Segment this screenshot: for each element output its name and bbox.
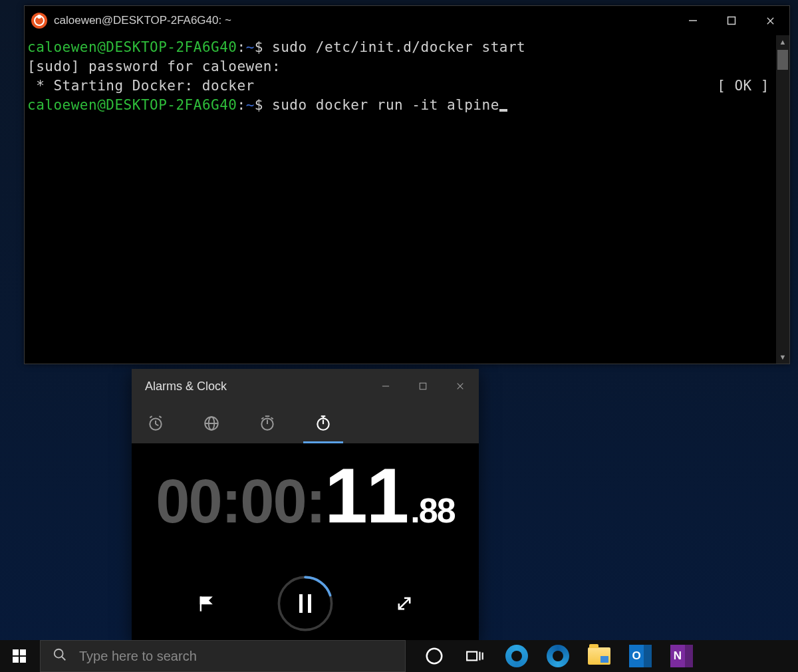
pause-button[interactable] (275, 574, 335, 633)
start-button[interactable] (0, 640, 39, 672)
search-icon (53, 647, 67, 665)
svg-line-11 (150, 416, 152, 417)
search-box[interactable]: Type here to search (40, 640, 406, 672)
taskbar: Type here to search O N (0, 640, 798, 672)
svg-rect-30 (20, 657, 26, 663)
lap-button[interactable] (193, 590, 219, 617)
prompt-colon-2: : (237, 97, 245, 113)
prompt-path: ~ (246, 39, 255, 55)
expand-button[interactable] (391, 590, 418, 617)
edge-dev-icon[interactable] (496, 640, 537, 672)
terminal-title: caloewen@DESKTOP-2FA6G40: ~ (54, 14, 674, 27)
svg-rect-29 (13, 657, 19, 663)
prompt-user-2: caloewen (27, 97, 97, 113)
minimize-button[interactable] (674, 6, 712, 35)
svg-rect-34 (467, 652, 477, 661)
command-1: sudo /etc/init.d/docker start (272, 39, 525, 55)
prompt-path-2: ~ (246, 97, 255, 113)
clock-close-button[interactable] (442, 369, 479, 403)
alarms-clock-window: Alarms & Clock (132, 369, 479, 641)
tab-timer[interactable] (255, 410, 279, 437)
svg-rect-27 (13, 649, 19, 655)
terminal-titlebar[interactable]: caloewen@DESKTOP-2FA6G40: ~ (25, 6, 789, 35)
clock-window-controls (367, 369, 479, 403)
prompt-dollar-2: $ (255, 97, 272, 113)
svg-rect-1 (728, 17, 735, 25)
clock-body: 00:00:11.88 (132, 443, 479, 641)
stopwatch-seconds: 11 (325, 451, 408, 540)
terminal-window: caloewen@DESKTOP-2FA6G40: ~ caloewen@DES… (24, 5, 790, 364)
command-2: sudo docker run -it alpine (272, 97, 499, 113)
output-line-3-ok: [ OK ] (717, 76, 773, 96)
clock-titlebar[interactable]: Alarms & Clock (132, 369, 479, 403)
cortana-button[interactable] (414, 640, 455, 672)
prompt-user: caloewen (27, 39, 97, 55)
window-controls (674, 6, 789, 35)
prompt-dollar: $ (255, 39, 272, 55)
terminal-body: caloewen@DESKTOP-2FA6G40:~$ sudo /etc/in… (25, 35, 789, 364)
scroll-up-icon[interactable]: ▲ (776, 35, 789, 49)
clock-minimize-button[interactable] (367, 369, 404, 403)
prompt-host: DESKTOP-2FA6G40 (106, 39, 237, 55)
prompt-colon: : (237, 39, 245, 55)
svg-point-31 (55, 649, 63, 658)
clock-header: Alarms & Clock (132, 369, 479, 443)
terminal-scrollbar[interactable]: ▲ ▼ (776, 35, 789, 364)
clock-tabs (132, 403, 479, 443)
stopwatch-hm: 00:00: (156, 467, 325, 536)
tab-stopwatch[interactable] (311, 410, 335, 437)
svg-rect-5 (420, 383, 426, 389)
terminal-content[interactable]: caloewen@DESKTOP-2FA6G40:~$ sudo /etc/in… (25, 35, 776, 364)
task-view-button[interactable] (455, 640, 496, 672)
clock-maximize-button[interactable] (404, 369, 442, 403)
pause-icon (299, 594, 311, 613)
svg-line-32 (62, 657, 66, 661)
prompt-at: @ (97, 39, 106, 55)
cursor (499, 109, 507, 112)
output-line-3-left: * Starting Docker: docker (27, 78, 255, 94)
onenote-icon[interactable]: N (661, 640, 702, 672)
ubuntu-icon (31, 13, 47, 29)
tab-world-clock[interactable] (200, 410, 223, 437)
clock-title: Alarms & Clock (132, 380, 367, 393)
edge-icon[interactable] (537, 640, 579, 672)
scroll-down-icon[interactable]: ▼ (776, 350, 789, 364)
stopwatch-display: 00:00:11.88 (156, 451, 454, 540)
svg-line-10 (156, 424, 158, 425)
svg-rect-28 (20, 649, 26, 655)
taskbar-icons: O N (414, 640, 702, 672)
svg-line-26 (399, 598, 410, 609)
output-line-2: [sudo] password for caloewen: (27, 58, 281, 74)
stopwatch-fraction: .88 (410, 491, 454, 530)
tab-alarm[interactable] (144, 410, 168, 437)
outlook-icon[interactable]: O (620, 640, 661, 672)
scroll-thumb[interactable] (777, 50, 788, 70)
prompt-at-2: @ (97, 97, 106, 113)
svg-point-33 (427, 649, 442, 664)
svg-line-12 (159, 416, 161, 417)
prompt-host-2: DESKTOP-2FA6G40 (106, 97, 237, 113)
file-explorer-icon[interactable] (579, 640, 620, 672)
search-placeholder: Type here to search (79, 649, 197, 664)
maximize-button[interactable] (712, 6, 751, 35)
close-button[interactable] (751, 6, 789, 35)
stopwatch-controls (193, 574, 418, 633)
